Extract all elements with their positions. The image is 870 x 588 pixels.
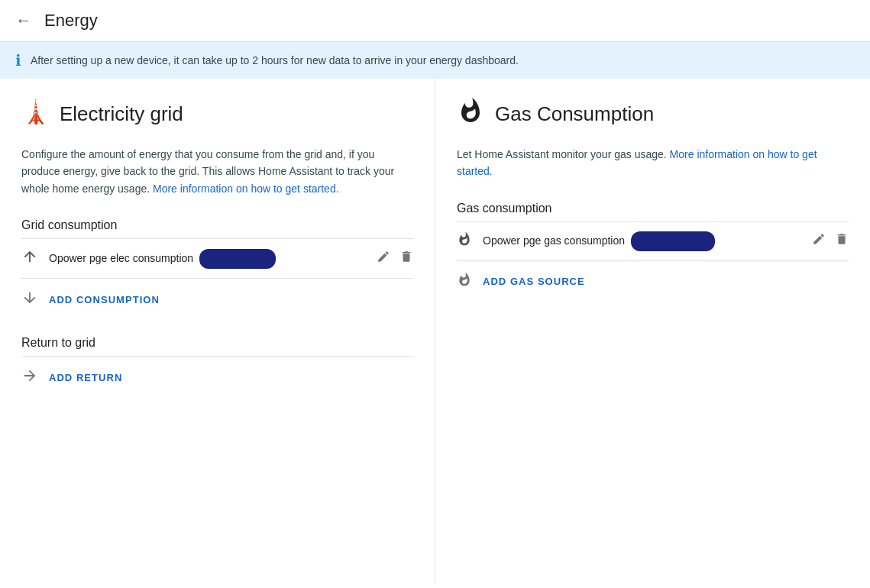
electricity-panel: 🗼 Electricity grid Configure the amount … [0, 79, 435, 584]
svg-text:🗼: 🗼 [21, 99, 49, 124]
page-title: Energy [44, 11, 98, 31]
grid-consume-icon [21, 248, 38, 269]
add-return-row[interactable]: ADD RETURN [21, 357, 413, 399]
gas-delete-icon[interactable] [835, 232, 849, 250]
gas-panel-header: Gas Consumption [457, 97, 849, 131]
gas-panel-title: Gas Consumption [495, 102, 654, 126]
add-return-label: ADD RETURN [49, 372, 122, 383]
grid-consumption-section: Grid consumption Opower pge elec consump… [21, 218, 413, 321]
add-consumption-icon [21, 289, 38, 310]
electricity-more-info-link[interactable]: More information on how to get started. [153, 183, 339, 195]
electricity-panel-header: 🗼 Electricity grid [21, 97, 413, 131]
gas-description: Let Home Assistant monitor your gas usag… [457, 146, 849, 180]
return-to-grid-section: Return to grid ADD RETURN [21, 336, 413, 399]
electricity-grid-icon: 🗼 [21, 97, 49, 131]
page-header: ← Energy [0, 0, 870, 42]
main-content: 🗼 Electricity grid Configure the amount … [0, 79, 870, 584]
add-gas-source-row[interactable]: ADD GAS SOURCE [457, 261, 849, 302]
electricity-description: Configure the amount of energy that you … [21, 146, 413, 197]
entity-badge [199, 249, 276, 269]
grid-item-label: Opower pge elec consumption [49, 249, 367, 269]
gas-entity-badge [631, 231, 715, 251]
back-button[interactable]: ← [15, 12, 32, 29]
grid-consumption-title: Grid consumption [21, 218, 413, 232]
add-gas-icon [457, 272, 472, 291]
add-consumption-label: ADD CONSUMPTION [49, 294, 160, 305]
edit-icon[interactable] [377, 250, 390, 267]
gas-item-label: Opower pge gas consumption [483, 231, 803, 251]
delete-icon[interactable] [399, 250, 413, 267]
add-gas-label: ADD GAS SOURCE [483, 276, 585, 287]
table-row: Opower pge gas consumption [457, 222, 849, 261]
gas-consumption-section: Gas consumption Opower pge gas consumpti… [457, 202, 849, 302]
add-consumption-row[interactable]: ADD CONSUMPTION [21, 279, 413, 321]
table-row: Opower pge elec consumption [21, 239, 413, 279]
add-return-icon [21, 367, 38, 388]
info-banner: ℹ After setting up a new device, it can … [0, 42, 870, 79]
gas-consumption-title: Gas consumption [457, 202, 849, 215]
return-to-grid-title: Return to grid [21, 336, 413, 350]
gas-icon [457, 97, 484, 131]
electricity-panel-title: Electricity grid [60, 102, 183, 126]
banner-text: After setting up a new device, it can ta… [31, 54, 519, 66]
info-icon: ℹ [15, 51, 21, 69]
gas-panel: Gas Consumption Let Home Assistant monit… [435, 79, 870, 584]
gas-item-icon [457, 231, 472, 250]
gas-edit-icon[interactable] [812, 232, 826, 250]
